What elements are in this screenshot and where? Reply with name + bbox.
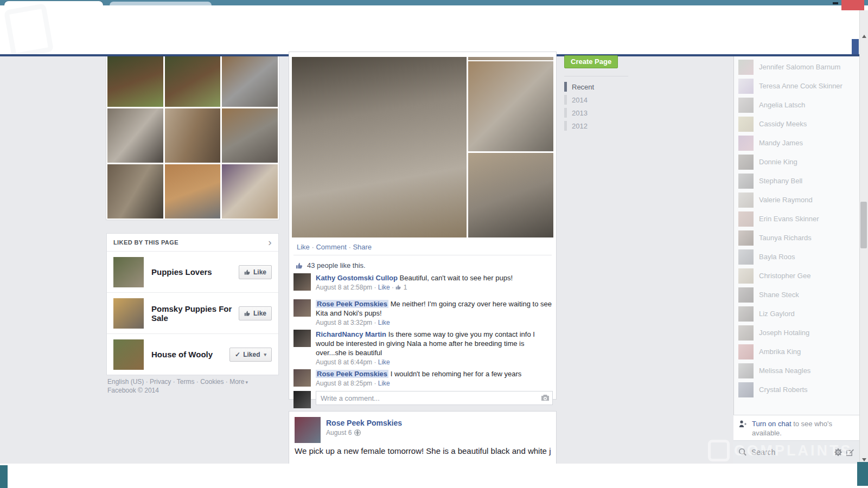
comment-like-link[interactable]: Like: [372, 319, 390, 326]
photo-thumbnail[interactable]: [222, 164, 278, 219]
photo-thumbnail[interactable]: [222, 56, 278, 107]
likes-summary[interactable]: 43 people like this.: [296, 261, 366, 269]
scrollbar-down-arrow[interactable]: [862, 458, 866, 461]
friend-list-item[interactable]: Taunya Richards: [734, 228, 859, 247]
comment-like-link[interactable]: Like: [372, 284, 390, 291]
page-name-link[interactable]: Pomsky Puppies For Sale: [151, 304, 239, 323]
bottom-left-block: [0, 465, 8, 488]
avatar[interactable]: [293, 391, 311, 408]
friend-list-item[interactable]: Melissa Neagles: [734, 361, 859, 380]
friend-list-item[interactable]: Valerie Raymond: [734, 190, 859, 209]
avatar[interactable]: [293, 330, 311, 347]
footer-link-language[interactable]: English (US): [107, 378, 144, 386]
liked-button-label: Liked: [243, 351, 260, 358]
comment-link[interactable]: Comment: [311, 243, 346, 251]
post-photo-secondary[interactable]: [468, 153, 553, 237]
comments-list: Kathy Gostomski Cullop Beautiful, can't …: [293, 273, 553, 408]
avatar: [738, 230, 754, 246]
like-button[interactable]: Like: [239, 265, 272, 279]
timeline-nav: Recent 2014 2013 2012: [564, 80, 635, 132]
footer-copyright: Facebook © 2014: [107, 387, 286, 395]
avatar: [738, 98, 754, 113]
friend-name: Ambrika King: [759, 348, 801, 356]
friend-list-item[interactable]: Crystal Roberts: [734, 380, 859, 399]
friend-list-item[interactable]: Bayla Roos: [734, 247, 859, 266]
friend-list-item[interactable]: Erin Evans Skinner: [734, 209, 859, 228]
page-thumbnail[interactable]: [113, 298, 144, 329]
friend-list-item[interactable]: Cassidy Meeks: [734, 114, 859, 133]
friend-list-item[interactable]: Mandy James: [734, 133, 859, 152]
chat-search-bar: [733, 441, 859, 464]
comment-author-link[interactable]: Kathy Gostomski Cullop: [316, 274, 398, 282]
liked-page-row: Puppies Lovers Like: [107, 252, 278, 293]
footer-link-cookies[interactable]: Cookies: [195, 378, 224, 386]
friend-list-item[interactable]: Liz Gaylord: [734, 304, 859, 323]
avatar[interactable]: [293, 369, 311, 387]
like-button[interactable]: Like: [239, 306, 272, 320]
create-page-button[interactable]: Create Page: [564, 55, 618, 68]
post-photo-main[interactable]: [292, 57, 467, 237]
comment-author-link[interactable]: RichardNancy Martin: [316, 330, 386, 338]
avatar[interactable]: [295, 417, 321, 443]
post-author-link[interactable]: Rose Peek Pomskies: [326, 419, 402, 427]
comment-like-count[interactable]: 1: [390, 284, 407, 291]
avatar: [738, 117, 754, 132]
scrollbar-thumb[interactable]: [860, 202, 867, 248]
timeline-item-recent[interactable]: Recent: [564, 80, 635, 93]
friend-list-item[interactable]: Shane Steck: [734, 285, 859, 304]
timeline-item-2012[interactable]: 2012: [564, 119, 635, 132]
comment-like-link[interactable]: Like: [372, 380, 390, 387]
minimize-icon[interactable]: [833, 2, 838, 4]
footer-link-more[interactable]: More: [224, 378, 245, 386]
friend-list-item[interactable]: Ambrika King: [734, 342, 859, 361]
page-thumbnail[interactable]: [113, 257, 144, 287]
chevron-right-icon[interactable]: ›: [268, 234, 272, 251]
timeline-marker: [564, 108, 567, 118]
photo-thumbnail[interactable]: [165, 56, 221, 107]
post-photo-sliver[interactable]: [468, 57, 553, 60]
divider: [293, 255, 552, 255]
photo-thumbnail[interactable]: [222, 108, 278, 163]
liked-page-row: House of Wooly ✓ Liked ▾: [107, 334, 278, 375]
friend-list-item[interactable]: Stephany Bell: [734, 171, 859, 190]
new-message-icon[interactable]: [846, 448, 854, 457]
camera-icon[interactable]: [541, 394, 550, 403]
settings-gear-icon[interactable]: [834, 448, 842, 456]
turn-on-chat-link[interactable]: Turn on chat: [752, 420, 792, 428]
photo-thumbnail[interactable]: [107, 56, 163, 107]
avatar: [738, 192, 754, 208]
friend-list-item[interactable]: Joseph Hotaling: [734, 323, 859, 342]
liked-by-page-title: LIKED BY THIS PAGE: [113, 239, 178, 246]
timeline-item-2014[interactable]: 2014: [564, 93, 635, 106]
avatar[interactable]: [293, 299, 311, 317]
friend-list-item[interactable]: Donnie King: [734, 152, 859, 171]
page-name-link[interactable]: House of Wooly: [151, 350, 229, 359]
like-link[interactable]: Like: [297, 243, 310, 251]
post-photo-secondary[interactable]: [468, 61, 553, 151]
friend-list-item[interactable]: Angelia Latsch: [734, 95, 859, 114]
timeline-item-2013[interactable]: 2013: [564, 106, 635, 119]
footer-link-privacy[interactable]: Privacy: [144, 378, 171, 386]
avatar[interactable]: [293, 273, 311, 291]
photo-thumbnail[interactable]: [107, 108, 163, 163]
friend-list-item[interactable]: Teresa Anne Cook Skinner: [734, 76, 859, 95]
page-thumbnail[interactable]: [113, 339, 144, 370]
friend-name: Melissa Neagles: [759, 367, 810, 375]
page-name-link[interactable]: Puppies Lovers: [151, 267, 239, 277]
scrollbar-up-arrow[interactable]: [862, 35, 866, 38]
comment-author-link[interactable]: Rose Peek Pomskies: [316, 370, 388, 378]
comment-author-link[interactable]: Rose Peek Pomskies: [316, 300, 388, 308]
friend-list-item[interactable]: Jennifer Salomon Barnum: [734, 57, 859, 76]
search-input[interactable]: [750, 447, 831, 457]
photo-thumbnail[interactable]: [107, 164, 163, 219]
comment-input[interactable]: [316, 391, 553, 405]
footer-link-terms[interactable]: Terms: [171, 378, 194, 386]
photo-thumbnail[interactable]: [165, 164, 221, 219]
friend-list-item[interactable]: Christopher Gee: [734, 266, 859, 285]
liked-button[interactable]: ✓ Liked ▾: [229, 348, 272, 362]
comment-like-link[interactable]: Like: [372, 358, 390, 366]
photo-thumbnail[interactable]: [165, 108, 221, 163]
share-link[interactable]: Share: [348, 243, 372, 251]
friend-name: Crystal Roberts: [759, 386, 808, 394]
close-window-button[interactable]: [841, 0, 864, 10]
